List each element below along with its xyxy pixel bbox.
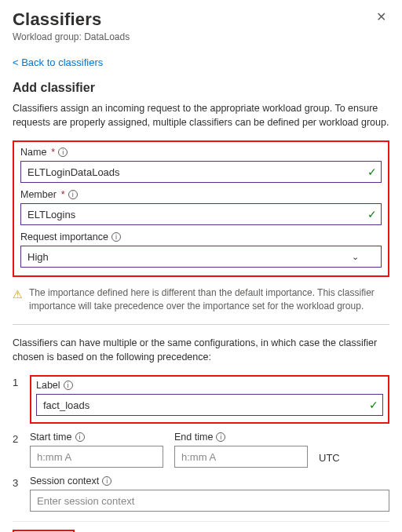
start-time-label: Start time i xyxy=(30,432,163,443)
add-classifier-heading: Add classifier xyxy=(13,81,389,95)
precedence-number: 3 xyxy=(13,476,20,489)
importance-label: Request importance i xyxy=(20,231,382,242)
label-field-label: Label i xyxy=(36,380,383,391)
name-input[interactable] xyxy=(20,161,382,183)
name-label: Name* i xyxy=(20,147,382,158)
info-icon[interactable]: i xyxy=(111,232,121,242)
importance-select[interactable]: High ⌄ xyxy=(20,246,382,268)
precedence-number: 2 xyxy=(13,432,20,445)
member-label: Member* i xyxy=(20,189,382,200)
highlight-label-field: Label i ✓ xyxy=(30,375,389,424)
end-time-input[interactable] xyxy=(174,446,308,468)
highlight-main-fields: Name* i ✓ Member* i ✓ Request importance… xyxy=(13,140,389,277)
precedence-number: 1 xyxy=(13,375,20,388)
info-icon[interactable]: i xyxy=(58,148,68,157)
label-input[interactable] xyxy=(36,394,383,416)
divider xyxy=(13,324,389,325)
info-icon[interactable]: i xyxy=(102,476,111,486)
session-context-label: Session context i xyxy=(30,476,389,486)
session-context-input[interactable] xyxy=(30,490,389,512)
info-icon[interactable]: i xyxy=(68,190,78,199)
start-time-input[interactable] xyxy=(30,446,163,468)
page-title: Classifiers xyxy=(13,9,130,30)
utc-label: UTC xyxy=(319,452,340,468)
close-icon[interactable]: ✕ xyxy=(373,9,389,25)
end-time-label: End time i xyxy=(174,432,308,443)
workload-group-subtitle: Workload group: DataLoads xyxy=(13,31,130,42)
info-icon[interactable]: i xyxy=(75,432,85,442)
back-to-classifiers-link[interactable]: < Back to classifiers xyxy=(13,56,103,68)
member-input[interactable] xyxy=(20,203,382,225)
info-icon[interactable]: i xyxy=(216,432,225,442)
precedence-intro: Classifiers can have multiple or the sam… xyxy=(13,336,389,364)
importance-warning: ⚠ The importance defined here is differe… xyxy=(13,286,389,313)
add-classifier-desc: Classifiers assign an incoming request t… xyxy=(13,101,389,129)
info-icon[interactable]: i xyxy=(64,381,73,390)
chevron-down-icon: ⌄ xyxy=(352,252,359,262)
warning-icon: ⚠ xyxy=(13,287,23,303)
